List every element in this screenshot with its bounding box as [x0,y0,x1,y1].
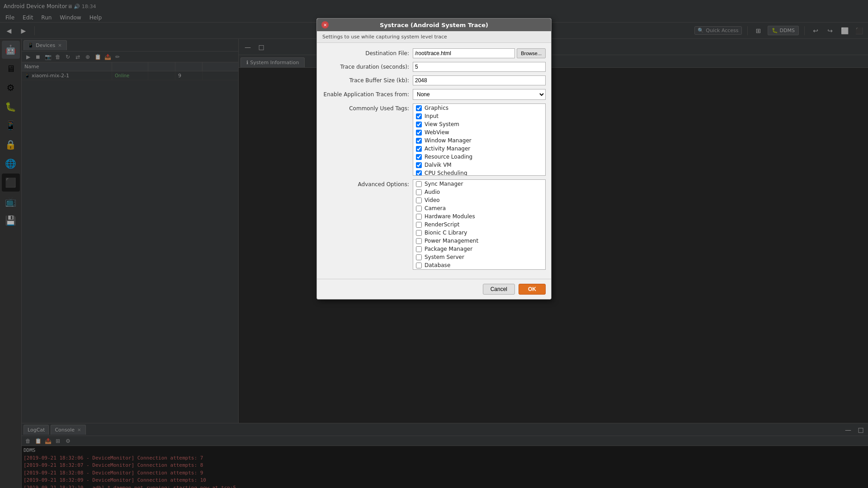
tag-item: WebView [413,128,545,136]
advanced-tag-checkbox[interactable] [416,181,422,187]
cancel-button[interactable]: Cancel [483,284,515,295]
advanced-tag-checkbox[interactable] [416,238,422,244]
advanced-tag-checkbox[interactable] [416,197,422,203]
advanced-tag-label: Hardware Modules [425,213,475,220]
tag-item: Input [413,112,545,120]
advanced-tag-checkbox[interactable] [416,189,422,195]
tag-checkbox[interactable] [416,170,422,176]
advanced-tag-label: Power Management [425,238,478,244]
trace-buffer-row: Trace Buffer Size (kb): [322,75,546,85]
destination-file-row: Destination File: Browse... [322,48,546,58]
advanced-tag-item: Audio [413,188,545,196]
advanced-tag-item: Package Manager [413,245,545,253]
tag-item: Dalvik VM [413,161,545,169]
advanced-tag-item: RenderScript [413,221,545,229]
tag-label: Activity Manager [425,145,470,152]
advanced-tag-checkbox[interactable] [416,214,422,220]
tag-item: View System [413,120,545,128]
advanced-tag-item: Power Management [413,237,545,245]
tag-item: Window Manager [413,136,545,145]
tag-checkbox[interactable] [416,113,422,119]
destination-file-group: Browse... [413,48,546,58]
advanced-tag-label: Bionic C Library [425,230,467,236]
tag-checkbox[interactable] [416,146,422,152]
tag-label: Dalvik VM [425,162,452,168]
trace-buffer-input[interactable] [413,75,546,85]
tag-label: WebView [425,129,449,136]
advanced-tag-item: Sync Manager [413,180,545,188]
advanced-tag-item: Database [413,261,545,269]
trace-buffer-label: Trace Buffer Size (kb): [322,77,413,84]
common-tags-container: GraphicsInputView SystemWebViewWindow Ma… [413,104,545,176]
advanced-tag-label: RenderScript [425,221,460,228]
advanced-tag-checkbox[interactable] [416,230,422,236]
commonly-used-row: Commonly Used Tags: GraphicsInputView Sy… [322,103,546,176]
advanced-tag-label: Video [425,197,440,203]
advanced-tag-item: Camera [413,204,545,212]
advanced-tag-checkbox[interactable] [416,254,422,260]
trace-duration-row: Trace duration (seconds): [322,62,546,72]
commonly-used-tags-list: GraphicsInputView SystemWebViewWindow Ma… [413,103,546,176]
dialog-footer: Cancel OK [317,279,551,299]
tag-checkbox[interactable] [416,162,422,168]
systrace-dialog: ✕ Systrace (Android System Trace) Settin… [316,18,552,300]
tag-item: Graphics [413,104,545,112]
tag-checkbox[interactable] [416,138,422,144]
tag-item: Resource Loading [413,153,545,161]
ok-button[interactable]: OK [519,284,546,295]
dialog-title: Systrace (Android System Trace) [380,22,488,28]
tag-item: Activity Manager [413,145,545,153]
advanced-tag-checkbox[interactable] [416,222,422,228]
tag-label: Window Manager [425,137,472,144]
advanced-tag-label: Package Manager [425,246,472,252]
dialog-title-bar: ✕ Systrace (Android System Trace) [317,19,551,31]
tag-label: Resource Loading [425,154,472,160]
destination-file-label: Destination File: [322,50,413,56]
tag-checkbox[interactable] [416,122,422,127]
advanced-tag-item: Hardware Modules [413,212,545,221]
tag-label: Input [425,113,439,119]
app-traces-select[interactable]: None [413,89,546,100]
advanced-tag-label: Sync Manager [425,181,463,187]
advanced-tag-checkbox[interactable] [416,206,422,211]
trace-duration-label: Trace duration (seconds): [322,64,413,70]
destination-file-input[interactable] [413,48,515,58]
app-traces-label: Enable Application Traces from: [322,91,413,98]
dialog-subtitle: Settings to use while capturing system l… [317,31,551,43]
advanced-row: Advanced Options: Sync ManagerAudioVideo… [322,179,546,270]
trace-duration-input[interactable] [413,62,546,72]
commonly-used-label: Commonly Used Tags: [322,103,413,112]
advanced-tag-checkbox[interactable] [416,263,422,268]
advanced-tags-list: Sync ManagerAudioVideoCameraHardware Mod… [413,179,546,270]
advanced-tag-checkbox[interactable] [416,246,422,252]
app-traces-row: Enable Application Traces from: None [322,89,546,100]
advanced-tag-item: Network [413,269,545,270]
tag-label: View System [425,121,459,127]
tag-checkbox[interactable] [416,105,422,111]
advanced-tag-label: System Server [425,254,464,260]
advanced-tag-item: Video [413,196,545,204]
advanced-label: Advanced Options: [322,179,413,188]
advanced-tag-label: Audio [425,189,440,195]
dialog-close-btn[interactable]: ✕ [321,21,329,28]
tag-label: CPU Scheduling [425,170,467,176]
browse-button[interactable]: Browse... [517,48,546,58]
tag-label: Graphics [425,105,448,111]
advanced-tag-label: Database [425,262,450,268]
tag-checkbox[interactable] [416,130,422,136]
advanced-tag-label: Camera [425,205,446,211]
dialog-body: Destination File: Browse... Trace durati… [317,43,551,279]
advanced-tag-item: System Server [413,253,545,261]
advanced-tags-container: Sync ManagerAudioVideoCameraHardware Mod… [413,180,545,270]
tag-item: CPU Scheduling [413,169,545,176]
advanced-tag-item: Bionic C Library [413,229,545,237]
dialog-overlay: ✕ Systrace (Android System Trace) Settin… [0,0,868,488]
tag-checkbox[interactable] [416,154,422,160]
